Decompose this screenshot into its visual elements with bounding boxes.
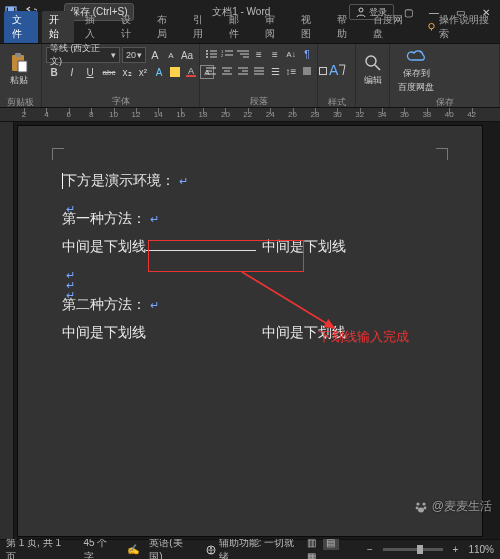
chevron-down-icon: ▾	[137, 50, 142, 60]
svg-line-36	[242, 272, 334, 328]
paw-icon	[414, 500, 428, 514]
group-baidu: 保存到 百度网盘 保存	[390, 44, 500, 107]
svg-rect-6	[15, 53, 21, 57]
svg-point-12	[206, 56, 208, 58]
tab-layout[interactable]: 布局	[150, 11, 182, 43]
status-proof-icon[interactable]: ✍	[127, 544, 139, 555]
svg-point-10	[206, 53, 208, 55]
group-font: 等线 (西文正文)▾ 20▾ A A Aa B I U abc x₂ x² A …	[42, 44, 200, 107]
zoom-level[interactable]: 110%	[468, 544, 494, 555]
zoom-slider[interactable]	[383, 548, 443, 551]
pilcrow-icon: ↵	[150, 299, 159, 311]
svg-point-43	[210, 547, 212, 549]
vertical-ruler[interactable]	[0, 122, 14, 539]
ribbon-tabs: 文件 开始 插入 设计 布局 引用 邮件 审阅 视图 帮助 百度网盘 操作说明搜…	[0, 24, 500, 44]
tab-insert[interactable]: 插入	[78, 11, 110, 43]
svg-point-41	[418, 507, 424, 512]
group-label-editing	[356, 96, 389, 107]
svg-point-8	[206, 50, 208, 52]
status-page[interactable]: 第 1 页, 共 1 页	[6, 536, 74, 560]
font-size-combo[interactable]: 20▾	[122, 47, 146, 63]
zoom-thumb[interactable]	[417, 545, 423, 554]
pilcrow-icon: ↵	[179, 175, 188, 187]
accessibility-icon	[206, 545, 216, 555]
horizontal-ruler[interactable]: 24681012141618202224262830323436384042	[0, 108, 500, 122]
tab-mailings[interactable]: 邮件	[222, 11, 254, 43]
italic-button[interactable]: I	[64, 65, 80, 79]
underline-button[interactable]: U	[82, 65, 98, 79]
svg-point-38	[422, 502, 425, 505]
view-buttons: ▥ ▤ ▦	[304, 536, 357, 560]
paste-label: 粘贴	[10, 74, 28, 87]
ribbon: 粘贴 剪贴板 等线 (西文正文)▾ 20▾ A A Aa B I U abc	[0, 44, 500, 108]
status-language[interactable]: 英语(美国)	[149, 536, 195, 560]
distribute-button[interactable]: ☰	[268, 64, 282, 78]
align-right-button[interactable]	[236, 64, 250, 78]
group-editing: 编辑	[356, 44, 390, 107]
svg-point-40	[423, 506, 426, 509]
group-label-clipboard: 剪贴板	[0, 96, 41, 108]
group-label-baidu: 保存	[390, 96, 499, 108]
shrink-font-button[interactable]: A	[164, 48, 178, 62]
superscript-button[interactable]: x²	[136, 65, 150, 79]
bullets-button[interactable]	[204, 47, 218, 61]
decrease-indent-button[interactable]: ≡	[252, 47, 266, 61]
group-paragraph: 12 ≡ ≡ A↓ ¶ ☰ ↕≡ 段落	[200, 44, 318, 107]
tab-review[interactable]: 审阅	[258, 11, 290, 43]
tab-design[interactable]: 设计	[114, 11, 146, 43]
svg-text:2: 2	[221, 53, 224, 58]
find-icon	[363, 53, 383, 73]
margin-marker-tl	[52, 148, 64, 160]
shading-button[interactable]	[300, 64, 314, 78]
tab-home[interactable]: 开始	[42, 11, 74, 43]
text-effects-button[interactable]: A	[152, 65, 166, 79]
tab-help[interactable]: 帮助	[330, 11, 362, 43]
grow-font-button[interactable]: A	[148, 48, 162, 62]
font-color-button[interactable]: A	[184, 65, 198, 79]
paste-button[interactable]: 粘贴	[4, 46, 34, 94]
group-label-paragraph: 段落	[200, 95, 317, 107]
strikethrough-button[interactable]: abc	[100, 65, 118, 79]
status-wordcount[interactable]: 45 个字	[84, 536, 118, 560]
tab-view[interactable]: 视图	[294, 11, 326, 43]
watermark: @麦麦生活	[414, 498, 492, 515]
line-spacing-button[interactable]: ↕≡	[284, 64, 298, 78]
increase-indent-button[interactable]: ≡	[268, 47, 282, 61]
svg-point-3	[429, 23, 434, 28]
justify-button[interactable]	[252, 64, 266, 78]
sort-button[interactable]: A↓	[284, 47, 298, 61]
status-accessibility[interactable]: 辅助功能: 一切就绪	[206, 536, 304, 560]
baidu-label1: 保存到	[403, 67, 430, 80]
tab-file[interactable]: 文件	[4, 11, 38, 43]
zoom-out-button[interactable]: −	[367, 544, 373, 555]
show-marks-button[interactable]: ¶	[300, 47, 314, 61]
margin-marker-tr	[436, 148, 448, 160]
save-to-baidu-button[interactable]: 保存到 百度网盘	[394, 46, 438, 94]
styles-button[interactable]: A	[322, 46, 351, 94]
tab-baidu[interactable]: 百度网盘	[366, 11, 416, 43]
subscript-button[interactable]: x₂	[120, 65, 134, 79]
tab-references[interactable]: 引用	[186, 11, 218, 43]
tell-me-label: 操作说明搜索	[439, 13, 493, 41]
bold-button[interactable]: B	[46, 65, 62, 79]
change-case-button[interactable]: Aa	[180, 48, 194, 62]
numbering-button[interactable]: 12	[220, 47, 234, 61]
svg-line-35	[375, 65, 380, 70]
styles-icon: A	[327, 60, 347, 80]
align-left-button[interactable]	[204, 64, 218, 78]
document-page[interactable]: 下方是演示环境：↵ ↵ 第一种方法：↵ 中间是下划线中间是下划线 ↵ ↵ ↵ 第…	[18, 126, 482, 536]
svg-point-39	[415, 506, 418, 509]
font-name-combo[interactable]: 等线 (西文正文)▾	[46, 47, 120, 63]
highlight-swatch	[170, 67, 180, 77]
tell-me[interactable]: 操作说明搜索	[420, 11, 500, 43]
zoom-in-button[interactable]: +	[453, 544, 459, 555]
cloud-save-icon	[406, 46, 426, 66]
view-web-button[interactable]: ▦	[304, 550, 320, 560]
editing-button[interactable]: 编辑	[360, 46, 385, 94]
multilevel-button[interactable]	[236, 47, 250, 61]
group-styles: A 样式	[318, 44, 356, 107]
doc-method1-title: 第一种方法：↵	[62, 204, 438, 232]
highlight-button[interactable]	[168, 65, 182, 79]
align-center-button[interactable]	[220, 64, 234, 78]
svg-text:A: A	[329, 62, 339, 78]
